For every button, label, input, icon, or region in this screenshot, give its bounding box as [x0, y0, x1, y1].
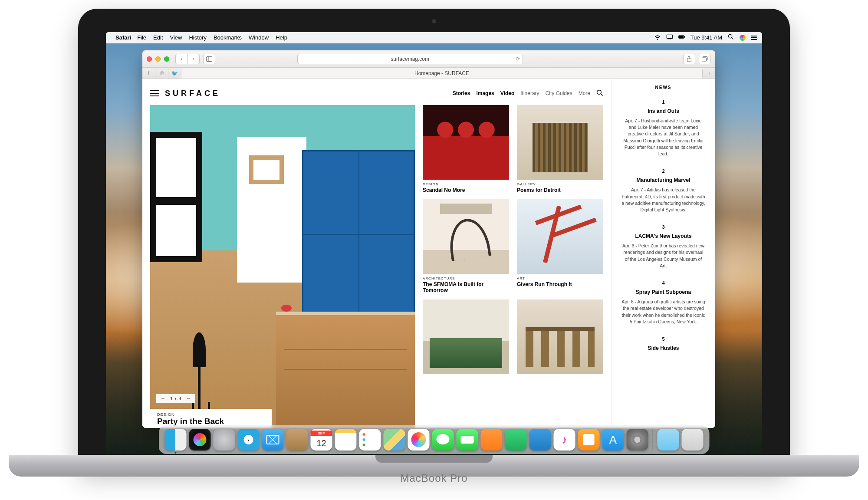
dock-photos[interactable]	[408, 429, 430, 451]
site-header: SURFACE Stories Images Video Itinerary C…	[150, 86, 603, 101]
dock-downloads[interactable]	[658, 429, 679, 451]
dock-ibooks[interactable]	[578, 429, 600, 451]
article-title: Givers Run Through It	[517, 281, 603, 287]
battery-icon[interactable]	[678, 34, 685, 41]
news-item[interactable]: 3 LACMA's New Layouts Apr. 6 - Peter Zum…	[621, 224, 706, 269]
news-number: 4	[621, 280, 706, 286]
dock-mail[interactable]	[262, 429, 284, 451]
window-close-button[interactable]	[147, 56, 152, 62]
article-thumbnail	[517, 105, 603, 180]
svg-rect-10	[702, 58, 706, 61]
address-bar[interactable]: surfacemag.com ⟳	[297, 54, 523, 64]
dock-contacts[interactable]	[286, 429, 308, 451]
news-title: Side Hustles	[621, 345, 706, 351]
svg-line-12	[601, 94, 602, 95]
article-category: ART	[517, 276, 603, 280]
article-card[interactable]	[423, 299, 509, 374]
pager-prev-icon[interactable]: ←	[161, 396, 166, 401]
wifi-icon[interactable]	[654, 34, 661, 41]
dock-system-preferences[interactable]	[627, 429, 648, 451]
sidebar-toggle-button[interactable]	[203, 54, 215, 64]
airplay-icon[interactable]	[666, 34, 673, 41]
news-title: Ins and Outs	[621, 108, 706, 114]
news-number: 1	[621, 99, 706, 105]
menu-bookmarks[interactable]: Bookmarks	[214, 34, 242, 41]
article-title: The SFMOMA Is Built for Tomorrow	[423, 281, 509, 293]
nav-more[interactable]: More	[579, 90, 590, 96]
pager-next-icon[interactable]: →	[186, 396, 191, 401]
menu-window[interactable]: Window	[249, 34, 269, 41]
site-logo[interactable]: SURFACE	[165, 89, 220, 98]
news-item[interactable]: 2 Manufacturing Marvel Apr. 7 - Adidas h…	[621, 168, 706, 213]
pinned-tab-facebook[interactable]: f	[142, 68, 155, 79]
news-title: Manufacturing Marvel	[621, 177, 706, 183]
dock-trash[interactable]	[682, 429, 704, 451]
reload-icon[interactable]: ⟳	[516, 56, 520, 62]
macos-menubar: Safari File Edit View History Bookmarks …	[106, 32, 762, 43]
article-category: GALLERY	[517, 182, 603, 186]
dock-itunes[interactable]	[554, 429, 575, 451]
dock-finder[interactable]	[165, 429, 187, 451]
dock-appstore[interactable]	[602, 429, 624, 451]
menu-view[interactable]: View	[170, 34, 182, 41]
window-zoom-button[interactable]	[164, 56, 169, 62]
new-tab-button[interactable]: ＋	[702, 69, 715, 77]
dock-notes[interactable]	[335, 429, 357, 451]
hero-pager[interactable]: ← 1 / 3 →	[156, 394, 195, 403]
window-minimize-button[interactable]	[155, 56, 161, 62]
search-icon[interactable]	[596, 89, 603, 98]
svg-rect-3	[684, 36, 685, 37]
article-title: Scandal No More	[423, 187, 509, 193]
active-tab[interactable]: Homepage - SURFACE	[181, 68, 702, 79]
dock-siri[interactable]	[189, 429, 211, 451]
share-button[interactable]	[683, 54, 695, 64]
menu-edit[interactable]: Edit	[153, 34, 163, 41]
dock-safari[interactable]	[238, 429, 260, 451]
dock-calendar[interactable]	[311, 429, 332, 451]
article-card[interactable]: ARCHITECTURE The SFMOMA Is Built for Tom…	[423, 199, 509, 293]
camera-dot	[432, 19, 436, 23]
article-category: DESIGN	[423, 182, 509, 186]
dock-numbers[interactable]	[505, 429, 527, 451]
safari-tabbar: f ℗ 🐦 Homepage - SURFACE ＋	[142, 68, 715, 79]
dock-launchpad[interactable]	[214, 429, 235, 451]
dock-reminders[interactable]	[359, 429, 381, 451]
app-menu[interactable]: Safari	[115, 34, 131, 41]
nav-stories[interactable]: Stories	[453, 90, 470, 96]
nav-images[interactable]: Images	[476, 90, 494, 96]
dock-pages[interactable]	[481, 429, 503, 451]
nav-itinerary[interactable]: Itinerary	[520, 90, 539, 96]
siri-icon[interactable]	[740, 35, 746, 41]
news-item[interactable]: 4 Spray Paint Subpoena Apr. 6 - A group …	[621, 280, 706, 325]
spotlight-icon[interactable]	[727, 34, 734, 41]
pinned-tab-pinterest[interactable]: ℗	[155, 68, 168, 79]
dock-facetime[interactable]	[457, 429, 478, 451]
nav-city-guides[interactable]: City Guides	[546, 90, 572, 96]
article-card[interactable]: DESIGN Scandal No More	[423, 105, 509, 193]
menu-help[interactable]: Help	[276, 34, 287, 41]
article-card[interactable]: ART Givers Run Through It	[517, 199, 603, 293]
laptop-label: MacBook Pro	[400, 472, 467, 484]
hero-article[interactable]: ← 1 / 3 → DESIGN Party in the Back	[150, 105, 415, 428]
svg-rect-2	[679, 36, 683, 38]
back-button[interactable]: ‹	[175, 54, 187, 64]
show-tabs-button[interactable]	[699, 54, 711, 64]
article-card[interactable]: GALLERY Poems for Detroit	[517, 105, 603, 193]
article-card[interactable]	[517, 299, 603, 374]
notification-center-icon[interactable]	[751, 36, 757, 40]
nav-video[interactable]: Video	[500, 90, 514, 96]
menubar-clock[interactable]: Tue 9:41 AM	[690, 34, 722, 41]
news-item[interactable]: 5 Side Hustles	[621, 336, 706, 351]
forward-button[interactable]: ›	[187, 54, 200, 64]
pinned-tab-twitter[interactable]: 🐦	[168, 68, 181, 79]
dock-messages[interactable]	[432, 429, 454, 451]
news-body: Apr. 7 - Husband-and-wife team Lucie and…	[621, 118, 706, 157]
news-item[interactable]: 1 Ins and Outs Apr. 7 - Husband-and-wife…	[621, 99, 706, 157]
dock-keynote[interactable]	[529, 429, 551, 451]
laptop-notch	[375, 455, 493, 463]
dock-maps[interactable]	[384, 429, 405, 451]
hamburger-icon[interactable]	[150, 90, 159, 96]
menu-history[interactable]: History	[189, 34, 206, 41]
menu-file[interactable]: File	[137, 34, 146, 41]
safari-toolbar: ‹ › surfacemag.com ⟳	[142, 50, 715, 68]
